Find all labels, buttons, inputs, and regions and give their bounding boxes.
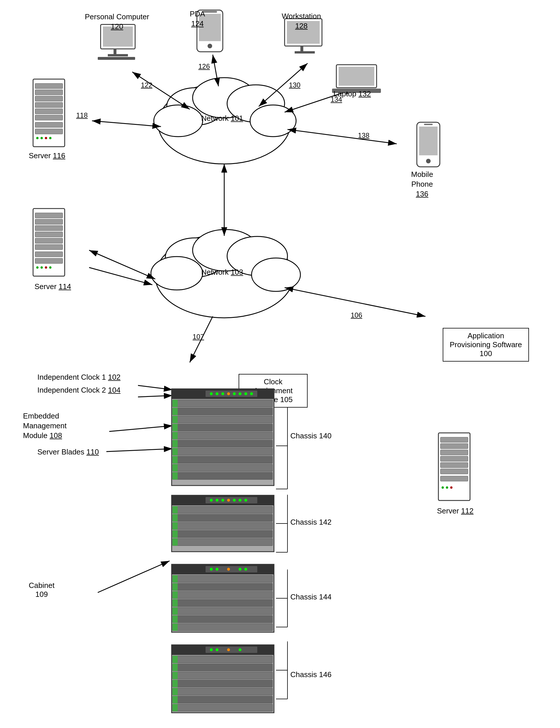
- server-blades-label: Server Blades 110: [37, 447, 99, 457]
- svg-point-140: [244, 499, 247, 502]
- svg-rect-165: [173, 624, 273, 631]
- link134-label: 134: [330, 95, 342, 104]
- svg-rect-182: [173, 672, 273, 679]
- svg-point-178: [227, 648, 230, 651]
- diagram: Network 101 Network 103 Personal Compute…: [0, 0, 560, 728]
- svg-rect-55: [295, 51, 315, 53]
- connections-svg: [0, 0, 560, 728]
- svg-rect-67: [35, 102, 63, 108]
- svg-rect-83: [35, 252, 63, 257]
- svg-rect-82: [35, 244, 63, 250]
- svg-rect-150: [173, 538, 178, 546]
- svg-rect-64: [35, 83, 63, 89]
- svg-rect-167: [173, 583, 178, 591]
- svg-rect-114: [173, 424, 273, 431]
- svg-rect-188: [173, 664, 178, 671]
- network101-label: Network 101: [201, 114, 243, 123]
- svg-rect-116: [173, 440, 273, 447]
- svg-rect-81: [35, 238, 63, 243]
- svg-rect-181: [173, 664, 273, 671]
- svg-rect-189: [173, 672, 178, 679]
- svg-rect-71: [35, 129, 63, 134]
- ind-clock1-label: Independent Clock 1 102: [37, 372, 121, 382]
- svg-line-28: [109, 426, 173, 431]
- svg-point-179: [239, 648, 242, 651]
- svg-line-22: [89, 267, 152, 285]
- svg-rect-190: [173, 680, 178, 687]
- svg-rect-80: [35, 232, 63, 237]
- svg-point-109: [244, 392, 247, 395]
- svg-point-108: [239, 392, 242, 395]
- link138-label: 138: [358, 131, 369, 140]
- svg-rect-95: [440, 469, 468, 474]
- svg-rect-141: [173, 506, 273, 513]
- link118-label: 118: [76, 111, 88, 120]
- svg-rect-111: [173, 400, 273, 407]
- svg-point-156: [227, 568, 230, 571]
- svg-point-61: [426, 159, 431, 163]
- pda-label: PDA124: [190, 9, 205, 29]
- svg-point-73: [41, 137, 43, 139]
- svg-rect-187: [173, 656, 178, 663]
- svg-rect-117: [173, 448, 273, 455]
- svg-rect-191: [173, 688, 178, 695]
- svg-rect-161: [173, 591, 273, 599]
- svg-point-88: [49, 266, 51, 269]
- svg-rect-133: [206, 497, 257, 503]
- svg-rect-119: [173, 464, 273, 471]
- svg-rect-185: [173, 696, 273, 703]
- svg-rect-45: [114, 49, 116, 54]
- svg-rect-169: [173, 599, 178, 607]
- link130-label: 130: [289, 81, 300, 89]
- svg-rect-91: [440, 444, 468, 449]
- svg-rect-92: [440, 450, 468, 455]
- svg-rect-172: [173, 624, 178, 631]
- svg-rect-60: [419, 127, 437, 155]
- svg-point-106: [227, 392, 230, 395]
- svg-rect-162: [173, 599, 273, 607]
- svg-rect-78: [35, 219, 63, 224]
- svg-rect-175: [206, 647, 257, 653]
- svg-point-138: [233, 499, 236, 502]
- svg-rect-184: [173, 688, 273, 695]
- svg-rect-84: [35, 258, 63, 263]
- svg-rect-148: [173, 522, 178, 530]
- server112-icon: [434, 431, 474, 503]
- svg-rect-126: [173, 440, 178, 447]
- svg-rect-118: [173, 456, 273, 463]
- svg-point-136: [221, 499, 224, 502]
- chassis146-label: Chassis 146: [290, 670, 331, 679]
- svg-line-30: [98, 561, 170, 593]
- chassis142-label: Chassis 142: [290, 518, 331, 527]
- server114-label: Server 114: [35, 282, 71, 292]
- svg-point-86: [41, 266, 43, 269]
- svg-rect-66: [35, 96, 63, 101]
- chassis140-label: Chassis 140: [290, 431, 331, 440]
- svg-point-176: [210, 648, 213, 651]
- chassis146-box: [171, 644, 275, 713]
- svg-rect-183: [173, 680, 273, 687]
- svg-rect-125: [173, 432, 178, 439]
- svg-point-134: [210, 499, 213, 502]
- chassis142-box: [171, 495, 275, 552]
- svg-rect-120: [173, 472, 273, 479]
- svg-point-105: [221, 392, 224, 395]
- ind-clock2-label: Independent Clock 2 104: [37, 385, 121, 395]
- svg-point-155: [216, 568, 219, 571]
- svg-rect-112: [173, 408, 273, 415]
- svg-point-72: [36, 137, 39, 139]
- svg-rect-90: [440, 437, 468, 442]
- svg-rect-79: [35, 226, 63, 231]
- svg-line-21: [89, 250, 155, 279]
- svg-rect-171: [173, 616, 178, 623]
- svg-line-26: [138, 385, 173, 390]
- cabinet-label: Cabinet109: [29, 581, 55, 599]
- svg-rect-123: [173, 416, 178, 423]
- svg-point-74: [45, 137, 47, 139]
- svg-line-27: [138, 395, 173, 397]
- svg-rect-193: [173, 704, 178, 711]
- svg-rect-96: [440, 476, 468, 481]
- svg-point-12: [252, 258, 300, 291]
- embedded-mgmt-label: EmbeddedManagementModule 108: [23, 411, 67, 440]
- svg-rect-130: [173, 472, 178, 479]
